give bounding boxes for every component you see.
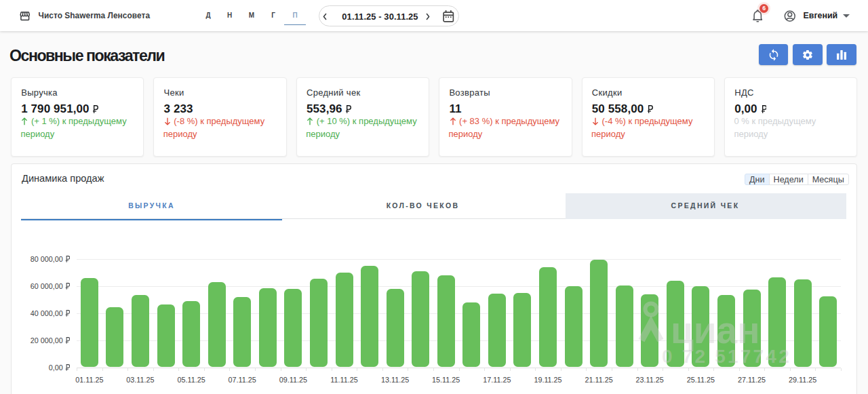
svg-text:циан: циан [671, 309, 760, 351]
svg-text:0 72 517742: 0 72 517742 [662, 346, 791, 365]
